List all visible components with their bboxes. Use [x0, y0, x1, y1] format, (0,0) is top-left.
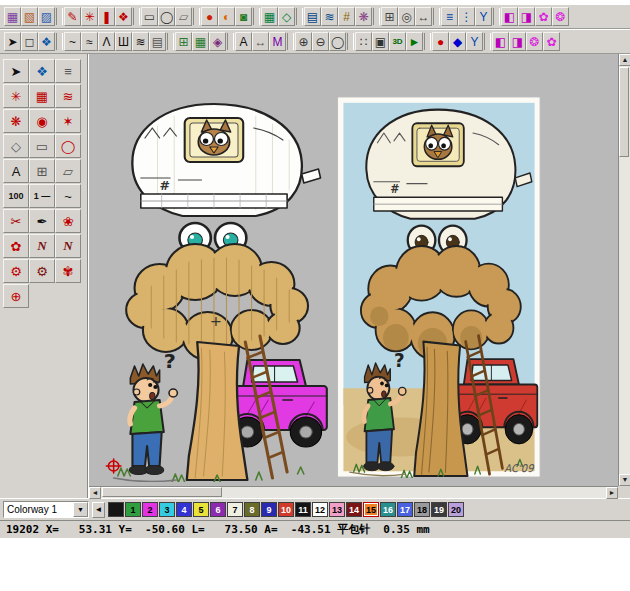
run-stitch-icon[interactable]: ~	[64, 32, 81, 51]
background-color-icon[interactable]: ◙	[235, 7, 252, 26]
swatch-1[interactable]: 1	[125, 502, 141, 517]
tatami-fill-icon[interactable]: ▤	[304, 7, 321, 26]
color-film-icon[interactable]: ▦	[4, 7, 21, 26]
vertical-scrollbar[interactable]: ▲ ▼	[618, 54, 630, 486]
travel-lines-icon[interactable]: ≡	[55, 59, 81, 83]
swatch-18[interactable]: 18	[414, 502, 430, 517]
zoom-out-icon[interactable]: ⊖	[312, 32, 329, 51]
reshape-tool-icon[interactable]: ❖	[38, 32, 55, 51]
density-value-icon[interactable]: 100	[3, 184, 29, 208]
design-canvas[interactable]: #	[88, 54, 630, 498]
swatch-15[interactable]: 15	[363, 502, 379, 517]
swatch-20[interactable]: 20	[448, 502, 464, 517]
wreath-icon[interactable]: ✿	[535, 7, 552, 26]
swatch-9[interactable]: 9	[261, 502, 277, 517]
daisy-motif-icon[interactable]: ❀	[55, 209, 81, 233]
swatch-12[interactable]: 12	[312, 502, 328, 517]
satin-fill-icon[interactable]: ≋	[321, 7, 338, 26]
zoom-in-icon[interactable]: ⊕	[295, 32, 312, 51]
lettering-icon[interactable]: A	[235, 32, 252, 51]
freehand-draw-icon[interactable]: ✎	[64, 7, 81, 26]
column-tool-icon[interactable]: ❚	[98, 7, 115, 26]
pen-digitize-icon[interactable]: ✒	[29, 209, 55, 233]
length-value-icon[interactable]: 1 —	[29, 184, 55, 208]
motif-fill-icon[interactable]: ❋	[355, 7, 372, 26]
flip-vertical-icon[interactable]: ◨	[509, 32, 526, 51]
scroll-left-button[interactable]: ◄	[89, 487, 101, 499]
skew-tool-icon[interactable]: ▱	[55, 159, 81, 183]
colorway-select[interactable]: Colorway 1 ▼	[3, 501, 89, 518]
origin-marker-icon[interactable]: ⊕	[3, 284, 29, 308]
show-stitches-icon[interactable]: ∷	[355, 32, 372, 51]
horizontal-scrollbar[interactable]: ◄ ►	[89, 486, 618, 498]
gear-motif-icon[interactable]: ⚙	[3, 259, 29, 283]
measure-icon[interactable]: ↔	[415, 7, 432, 26]
flip-horizontal-icon[interactable]: ◧	[492, 32, 509, 51]
envelope-warp-icon[interactable]: ◇	[278, 7, 295, 26]
carousel-icon[interactable]: ❂	[526, 32, 543, 51]
ornament-icon[interactable]: ❖	[115, 7, 132, 26]
n-monogram-outline-icon[interactable]: N	[55, 234, 81, 258]
grid-tool-icon[interactable]: ⊞	[29, 159, 55, 183]
scroll-right-button[interactable]: ►	[606, 487, 618, 499]
box-select-icon[interactable]: ◻	[21, 32, 38, 51]
mesh-warp-icon[interactable]: ▦	[261, 7, 278, 26]
swatch-3[interactable]: 3	[159, 502, 175, 517]
mirror-horizontal-icon[interactable]: ◧	[501, 7, 518, 26]
swatch-7[interactable]: 7	[227, 502, 243, 517]
swatch-2[interactable]: 2	[142, 502, 158, 517]
swatch-6[interactable]: 6	[210, 502, 226, 517]
zigzag-stitch-icon[interactable]: Λ	[98, 32, 115, 51]
run-tool-icon[interactable]: ~	[55, 184, 81, 208]
star-fill-icon[interactable]: ✶	[55, 109, 81, 133]
select-tool-icon[interactable]: ➤	[4, 32, 21, 51]
monogram-icon[interactable]: M	[269, 32, 286, 51]
satin-stitch-icon[interactable]: ≋	[132, 32, 149, 51]
end-point-icon[interactable]: ◆	[449, 32, 466, 51]
stitch-design-preview[interactable]: #	[99, 90, 331, 482]
circle-tool-icon[interactable]: ◯	[55, 134, 81, 158]
swatch-0[interactable]	[108, 502, 124, 517]
tatami-stitch-icon[interactable]: ▤	[149, 32, 166, 51]
skew-shape-icon[interactable]: ▱	[175, 7, 192, 26]
block-digitize-icon[interactable]: ▭	[29, 134, 55, 158]
swatch-16[interactable]: 16	[380, 502, 396, 517]
swatch-11[interactable]: 11	[295, 502, 311, 517]
swatch-17[interactable]: 17	[397, 502, 413, 517]
triple-run-icon[interactable]: ≈	[81, 32, 98, 51]
open-shape-tool-icon[interactable]: ◇	[3, 134, 29, 158]
object-list-icon[interactable]: ⋮	[458, 7, 475, 26]
program-split-icon[interactable]: #	[338, 7, 355, 26]
motif-stamp-icon[interactable]: ✳	[81, 7, 98, 26]
pattern-fill-tool-icon[interactable]: ▦	[29, 84, 55, 108]
ellipse-icon[interactable]: ◯	[158, 7, 175, 26]
ripple-fill-icon[interactable]: ≋	[55, 84, 81, 108]
vertical-scroll-thumb[interactable]	[619, 67, 629, 157]
thread-color-icon[interactable]: ●	[201, 7, 218, 26]
three-d-view-icon[interactable]: 3D	[389, 32, 406, 51]
swatch-13[interactable]: 13	[329, 502, 345, 517]
lettering-tool-icon[interactable]: A	[3, 159, 29, 183]
n-monogram-icon[interactable]: N	[29, 234, 55, 258]
kaleidoscope-icon[interactable]: ❂	[552, 7, 569, 26]
hoop-icon[interactable]: ◎	[398, 7, 415, 26]
branching-icon[interactable]: Y	[466, 32, 483, 51]
scroll-up-button[interactable]: ▲	[619, 54, 630, 66]
swatch-10[interactable]: 10	[278, 502, 294, 517]
swatch-5[interactable]: 5	[193, 502, 209, 517]
machine-settings-icon[interactable]: ⚙	[29, 259, 55, 283]
palette-scroll-left-button[interactable]: ◄	[92, 502, 105, 518]
flower-motif-icon[interactable]: ✿	[3, 234, 29, 258]
lattice-fill-icon[interactable]: ▦	[192, 32, 209, 51]
pointer-tool-icon[interactable]: ➤	[3, 59, 29, 83]
wreath-tool-icon[interactable]: ✿	[543, 32, 560, 51]
zoom-1to1-icon[interactable]: ◯	[329, 32, 346, 51]
start-point-icon[interactable]: ●	[432, 32, 449, 51]
scroll-down-button[interactable]: ▼	[619, 474, 630, 486]
gradient-fill-icon[interactable]: ◈	[209, 32, 226, 51]
reshape-icon[interactable]: ❖	[29, 59, 55, 83]
reference-artwork-image[interactable]: #	[337, 96, 541, 478]
e-stitch-icon[interactable]: Ш	[115, 32, 132, 51]
grid-icon[interactable]: ⊞	[381, 7, 398, 26]
dropdown-arrow-icon[interactable]: ▼	[73, 502, 88, 517]
